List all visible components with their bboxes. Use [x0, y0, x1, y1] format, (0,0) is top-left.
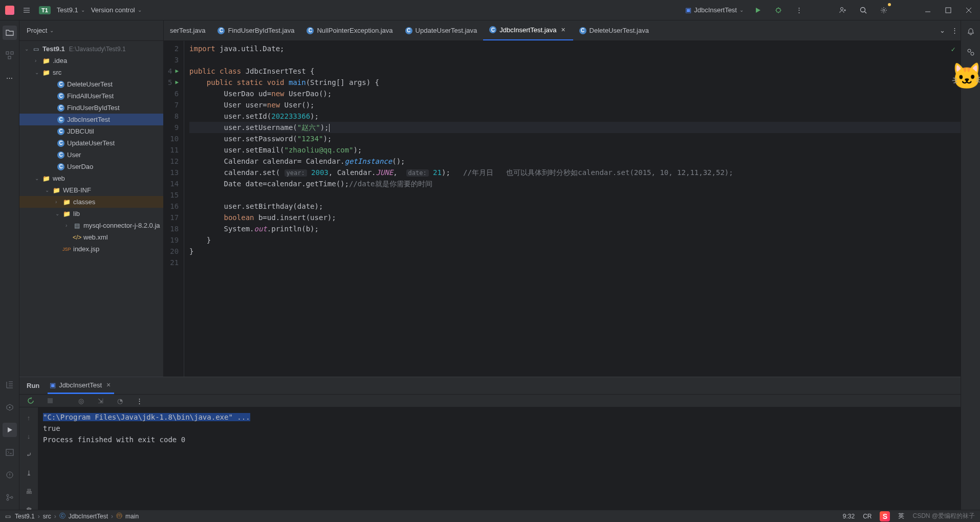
soft-wrap-icon[interactable]: ⤶: [23, 448, 35, 461]
breadcrumb-item[interactable]: main: [125, 513, 139, 520]
stop-icon[interactable]: [44, 395, 56, 407]
tree-label: src: [53, 69, 61, 76]
terminal-tool-icon[interactable]: [3, 445, 17, 460]
close-icon[interactable]: ×: [105, 381, 112, 388]
ime-icon[interactable]: S: [880, 511, 890, 521]
settings-icon[interactable]: [878, 4, 890, 16]
title-bar: T1 Test9.1 ⌄ Version control ⌄ ▣ JdbcIns…: [0, 0, 980, 20]
svg-rect-5: [6, 52, 9, 54]
project-tool-icon[interactable]: [3, 26, 17, 40]
close-icon[interactable]: [963, 4, 975, 16]
ai-assistant-icon[interactable]: [965, 46, 977, 58]
services-icon[interactable]: [3, 400, 17, 415]
minimize-icon[interactable]: [922, 4, 934, 16]
rerun-icon[interactable]: [25, 395, 37, 407]
tab-label: JdbcInsertTest.java: [499, 26, 556, 34]
tree-file[interactable]: CDeleteUserTest: [19, 78, 163, 90]
tree-file[interactable]: CUpdateUserTest: [19, 137, 163, 149]
tree-file[interactable]: CJDBCUtil: [19, 125, 163, 137]
tree-file[interactable]: CUserDao: [19, 161, 163, 172]
tree-label: index.jsp: [73, 245, 99, 253]
run-icon[interactable]: [752, 4, 764, 16]
tree-label: FindUserByIdTest: [67, 104, 120, 112]
run-config-tab[interactable]: ▣ JdbcInsertTest ×: [48, 377, 114, 394]
clear-icon[interactable]: 🗑: [23, 504, 35, 510]
project-view-dropdown[interactable]: Project ⌄: [27, 27, 54, 34]
tree-file[interactable]: CUser: [19, 149, 163, 161]
analysis-ok-icon[interactable]: ✓: [951, 45, 955, 53]
more-tool-icon[interactable]: ⋯: [3, 71, 17, 85]
tree-folder-idea[interactable]: ›📁.idea: [19, 55, 163, 67]
vcs-dropdown[interactable]: Version control ⌄: [91, 6, 142, 14]
breadcrumb-item[interactable]: src: [43, 513, 51, 520]
tree-label: User: [67, 151, 81, 159]
up-stack-icon[interactable]: ↑: [23, 411, 35, 424]
print-icon[interactable]: 🖶: [23, 485, 35, 497]
right-tool-strip: 🐱: [961, 20, 980, 510]
run-config-name: JdbcInsertTest: [694, 6, 737, 14]
tree-file[interactable]: CFindAllUserTest: [19, 90, 163, 102]
tree-folder-classes[interactable]: ›📁classes: [19, 196, 163, 208]
tab-list-icon[interactable]: ⌄: [936, 25, 948, 37]
more-icon[interactable]: ⋮: [133, 395, 145, 407]
tab-more-icon[interactable]: ⋮: [948, 25, 961, 37]
search-icon[interactable]: [857, 4, 869, 16]
tree-file-jsp[interactable]: JSPindex.jsp: [19, 243, 163, 255]
run-tab-header[interactable]: Run: [25, 377, 41, 394]
notifications-icon[interactable]: [965, 26, 977, 38]
maximize-icon[interactable]: [942, 4, 954, 16]
main-menu-icon[interactable]: [20, 4, 33, 16]
more-icon[interactable]: ⋮: [793, 4, 805, 16]
tree-root[interactable]: ⌄▭ Test9.1 E:\Javastudy\Test9.1: [19, 43, 163, 55]
svg-rect-7: [8, 56, 11, 59]
project-tree[interactable]: ⌄▭ Test9.1 E:\Javastudy\Test9.1 ›📁.idea …: [19, 41, 163, 257]
git-tool-icon[interactable]: [3, 490, 17, 505]
editor-tab[interactable]: CFindUserByIdTest.java: [211, 20, 300, 41]
scroll-end-icon[interactable]: ⤓: [23, 467, 35, 479]
layout-icon[interactable]: ◔: [114, 395, 126, 407]
run-config-dropdown[interactable]: ▣ JdbcInsertTest ⌄: [685, 6, 744, 14]
down-stack-icon[interactable]: ↓: [23, 430, 35, 442]
tree-file-jar[interactable]: ›▤mysql-connector-j-8.2.0.ja: [19, 220, 163, 231]
editor-tab[interactable]: serTest.java: [164, 20, 211, 41]
editor-tab[interactable]: CUpdateUserTest.java: [399, 20, 484, 41]
breadcrumb-item[interactable]: Test9.1: [15, 513, 35, 520]
tree-folder-webinf[interactable]: ⌄📁WEB-INF: [19, 184, 163, 196]
console-output[interactable]: "C:\Program Files\Java\jdk-1.8\bin\java.…: [38, 407, 961, 510]
screenshot-icon[interactable]: ◎: [75, 395, 87, 407]
project-dropdown[interactable]: Test9.1 ⌄: [57, 6, 85, 14]
editor-tab[interactable]: CDeleteUserTest.java: [573, 20, 655, 41]
editor-area: serTest.java CFindUserByIdTest.java CNul…: [164, 20, 961, 377]
export-icon[interactable]: ⇲: [94, 395, 106, 407]
chevron-down-icon: ⌄: [739, 7, 744, 13]
code-content[interactable]: import java.util.Date; public class Jdbc…: [184, 41, 961, 377]
tree-path: E:\Javastudy\Test9.1: [69, 46, 126, 53]
breadcrumb[interactable]: Test9.1› src› ⓒJdbcInsertTest› ⓜmain: [15, 512, 139, 520]
svg-rect-4: [946, 8, 951, 13]
cursor-position[interactable]: 9:32: [843, 513, 855, 520]
tree-file-xml[interactable]: </>web.xml: [19, 231, 163, 243]
structure-tool-icon[interactable]: [3, 48, 17, 62]
tree-file[interactable]: CFindUserByIdTest: [19, 102, 163, 114]
bookmarks-icon[interactable]: [3, 378, 17, 392]
tree-folder-lib[interactable]: ⌄📁lib: [19, 208, 163, 220]
run-tool-icon[interactable]: [3, 423, 17, 437]
breadcrumb-item[interactable]: JdbcInsertTest: [69, 513, 108, 520]
svg-point-12: [7, 498, 9, 501]
tree-file-selected[interactable]: CJdbcInsertTest: [19, 114, 163, 125]
code-with-me-icon[interactable]: [837, 4, 849, 16]
editor-tab-active[interactable]: CJdbcInsertTest.java×: [483, 20, 573, 41]
tree-label: .idea: [53, 57, 67, 64]
code-editor[interactable]: ✓ 23 4▶ 5▶ 678 91011 121314 151617 18192…: [164, 41, 961, 377]
line-ending[interactable]: CR: [863, 513, 872, 520]
tree-folder-web[interactable]: ⌄📁web: [19, 172, 163, 184]
problems-tool-icon[interactable]: [3, 468, 17, 482]
debug-icon[interactable]: [772, 4, 785, 16]
app-logo: [5, 6, 14, 15]
close-icon[interactable]: ×: [560, 26, 567, 33]
tree-folder-src[interactable]: ⌄📁src: [19, 67, 163, 78]
tree-label: classes: [73, 198, 95, 206]
chevron-down-icon: ⌄: [138, 7, 142, 13]
editor-tab[interactable]: CNullPointerException.java: [300, 20, 399, 41]
tree-label: Test9.1: [42, 45, 65, 53]
